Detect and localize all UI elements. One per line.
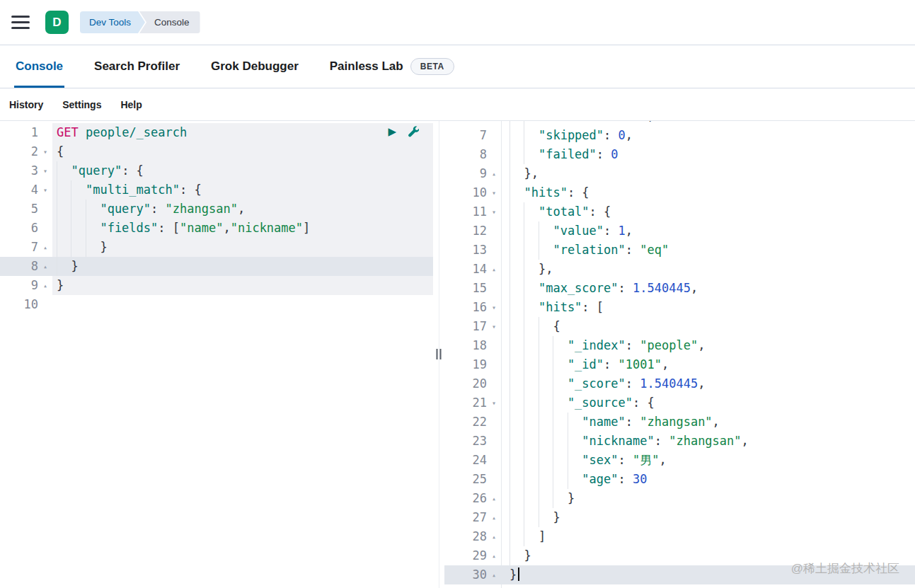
fold-close-icon[interactable]: ▴ — [487, 546, 501, 565]
code-row[interactable]: 7"skipped": 0, — [444, 126, 915, 145]
code-row[interactable]: 9▴}, — [444, 164, 915, 183]
fold-open-icon[interactable]: ▾ — [38, 180, 52, 200]
code-line[interactable]: GET people/_search — [52, 123, 433, 142]
code-line[interactable]: }, — [501, 260, 915, 279]
code-line[interactable]: "sex": "男", — [501, 451, 915, 470]
response-viewer[interactable]: 6"successful": 1,7"skipped": 0,8"failed"… — [444, 121, 915, 588]
code-row[interactable]: 16▾"hits": [ — [444, 298, 915, 317]
code-row[interactable]: 19"_id": "1001", — [444, 355, 915, 374]
code-line[interactable]: "total": { — [501, 202, 915, 221]
fold-open-icon[interactable]: ▾ — [487, 317, 501, 336]
code-row[interactable]: 8▴} — [0, 257, 433, 276]
code-row[interactable]: 3▾"query": { — [0, 161, 433, 180]
code-row[interactable]: 28▴] — [444, 527, 915, 546]
code-line[interactable]: "_id": "1001", — [501, 355, 915, 374]
fold-open-icon[interactable]: ▾ — [487, 298, 501, 317]
code-row[interactable]: 23"nickname": "zhangsan", — [444, 432, 915, 451]
breadcrumb-dev-tools[interactable]: Dev Tools — [80, 11, 145, 33]
fold-open-icon[interactable]: ▾ — [487, 393, 501, 413]
help-menu-item[interactable]: Help — [120, 99, 142, 110]
code-line[interactable]: "query": { — [52, 161, 433, 180]
code-line[interactable]: "fields": ["name","nickname"] — [52, 219, 433, 238]
settings-menu-item[interactable]: Settings — [62, 99, 101, 110]
code-line[interactable]: "_score": 1.540445, — [501, 374, 915, 393]
code-line[interactable]: "hits": [ — [501, 298, 915, 317]
code-line[interactable]: "failed": 0 — [501, 145, 915, 164]
fold-open-icon[interactable]: ▾ — [487, 183, 501, 202]
code-line[interactable]: { — [52, 142, 433, 161]
code-row[interactable]: 12"value": 1, — [444, 221, 915, 241]
fold-close-icon[interactable]: ▴ — [487, 565, 501, 584]
tab-search-profiler[interactable]: Search Profiler — [87, 45, 187, 88]
code-line[interactable]: "hits": { — [501, 183, 915, 202]
code-line[interactable]: { — [501, 317, 915, 336]
tab-console[interactable]: Console — [8, 45, 70, 88]
send-request-icon[interactable]: ▶ — [388, 126, 396, 137]
code-row[interactable]: 20"_score": 1.540445, — [444, 374, 915, 393]
code-row[interactable]: 24"sex": "男", — [444, 451, 915, 470]
code-line[interactable]: "nickname": "zhangsan", — [501, 432, 915, 451]
code-line[interactable]: "successful": 1, — [501, 121, 915, 126]
fold-close-icon[interactable]: ▴ — [38, 238, 52, 257]
code-row[interactable]: 27▴} — [444, 508, 915, 527]
code-row[interactable]: 1GET people/_search — [0, 123, 433, 142]
request-options-wrench-icon[interactable] — [407, 125, 419, 137]
tab-painless-lab[interactable]: Painless Lab BETA — [323, 45, 461, 88]
fold-open-icon[interactable]: ▾ — [487, 202, 501, 221]
panel-resizer[interactable] — [433, 121, 444, 588]
fold-close-icon[interactable]: ▴ — [487, 508, 501, 527]
code-line[interactable] — [52, 295, 433, 314]
code-row[interactable]: 6"successful": 1, — [444, 121, 915, 126]
code-row[interactable]: 8"failed": 0 — [444, 145, 915, 164]
fold-close-icon[interactable]: ▴ — [487, 489, 501, 508]
code-row[interactable]: 22"name": "zhangsan", — [444, 413, 915, 432]
code-row[interactable]: 11▾"total": { — [444, 202, 915, 221]
code-row[interactable]: 6"fields": ["name","nickname"] — [0, 219, 433, 238]
tab-grok-debugger[interactable]: Grok Debugger — [204, 45, 306, 88]
code-line[interactable]: "value": 1, — [501, 221, 915, 241]
code-row[interactable]: 13"relation": "eq" — [444, 241, 915, 260]
code-row[interactable]: 17▾{ — [444, 317, 915, 336]
request-editor[interactable]: 1GET people/_search2▾{3▾"query": {4▾"mul… — [0, 121, 433, 588]
code-row[interactable]: 4▾"multi_match": { — [0, 180, 433, 200]
code-line[interactable]: "relation": "eq" — [501, 241, 915, 260]
code-row[interactable]: 7▴} — [0, 238, 433, 257]
code-line[interactable]: } — [52, 238, 433, 257]
code-row[interactable]: 5"query": "zhangsan", — [0, 200, 433, 219]
code-line[interactable]: } — [501, 489, 915, 508]
code-line[interactable]: "skipped": 0, — [501, 126, 915, 145]
code-line[interactable]: } — [52, 276, 433, 295]
code-line[interactable]: } — [52, 257, 433, 276]
fold-close-icon[interactable]: ▴ — [38, 257, 52, 276]
space-avatar[interactable]: D — [45, 11, 69, 34]
fold-close-icon[interactable]: ▴ — [487, 260, 501, 279]
code-line[interactable]: } — [501, 508, 915, 527]
code-row[interactable]: 15"max_score": 1.540445, — [444, 279, 915, 298]
code-line[interactable]: "name": "zhangsan", — [501, 413, 915, 432]
code-row[interactable]: 25"age": 30 — [444, 470, 915, 489]
indent-guide — [553, 355, 567, 374]
code-row[interactable]: 10▾"hits": { — [444, 183, 915, 202]
code-line[interactable]: "multi_match": { — [52, 180, 433, 200]
code-line[interactable]: "max_score": 1.540445, — [501, 279, 915, 298]
code-row[interactable]: 21▾"_source": { — [444, 393, 915, 413]
fold-close-icon[interactable]: ▴ — [487, 164, 501, 183]
code-line[interactable]: "_source": { — [501, 393, 915, 413]
code-line[interactable]: ] — [501, 527, 915, 546]
fold-open-icon[interactable]: ▾ — [38, 161, 52, 180]
code-row[interactable]: 10 — [0, 295, 433, 314]
code-row[interactable]: 26▴} — [444, 489, 915, 508]
code-line[interactable]: "age": 30 — [501, 470, 915, 489]
history-menu-item[interactable]: History — [9, 99, 43, 110]
fold-close-icon[interactable]: ▴ — [487, 527, 501, 546]
code-row[interactable]: 9▴} — [0, 276, 433, 295]
code-line[interactable]: "query": "zhangsan", — [52, 200, 433, 219]
code-row[interactable]: 14▴}, — [444, 260, 915, 279]
fold-close-icon[interactable]: ▴ — [38, 276, 52, 295]
code-row[interactable]: 18"_index": "people", — [444, 336, 915, 355]
fold-open-icon[interactable]: ▾ — [38, 142, 52, 161]
hamburger-menu-icon[interactable] — [11, 16, 30, 29]
code-row[interactable]: 2▾{ — [0, 142, 433, 161]
code-line[interactable]: }, — [501, 164, 915, 183]
code-line[interactable]: "_index": "people", — [501, 336, 915, 355]
